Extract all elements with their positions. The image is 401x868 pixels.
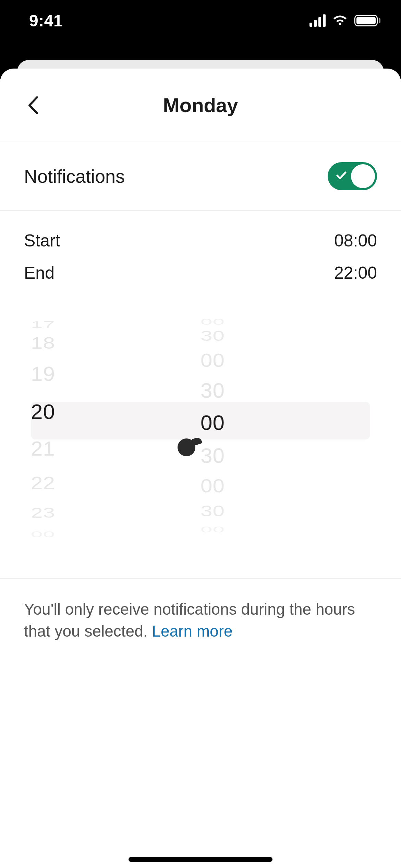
end-value: 22:00 — [334, 263, 377, 283]
minute-option[interactable]: 00 — [200, 475, 370, 497]
time-summary: Start 08:00 End 22:00 — [0, 211, 401, 304]
hour-option[interactable]: 00 — [31, 529, 200, 537]
status-indicators — [309, 13, 380, 28]
minute-wheel[interactable]: 00 30 00 30 00 30 00 30 00 — [200, 304, 370, 537]
minute-option-selected[interactable]: 00 — [200, 410, 370, 435]
hour-option[interactable]: 18 — [31, 334, 200, 352]
cellular-icon — [309, 14, 326, 27]
hour-option[interactable]: 23 — [31, 504, 200, 521]
footer-description: You'll only receive notifications during… — [0, 579, 401, 642]
battery-icon — [354, 15, 380, 26]
start-row[interactable]: Start 08:00 — [24, 225, 377, 257]
hour-option[interactable]: 21 — [31, 437, 200, 460]
settings-sheet: Monday Notifications Start 08:00 End 22:… — [0, 69, 401, 868]
minute-option[interactable]: 30 — [200, 327, 370, 344]
learn-more-link[interactable]: Learn more — [152, 622, 232, 640]
toggle-knob — [351, 164, 375, 188]
page-title: Monday — [0, 94, 401, 117]
start-label: Start — [24, 231, 60, 251]
check-icon — [336, 171, 347, 182]
end-row[interactable]: End 22:00 — [24, 257, 377, 289]
minute-option[interactable]: 00 — [200, 317, 370, 326]
hour-wheel[interactable]: 17 18 19 20 21 22 23 00 — [31, 304, 200, 537]
hour-option[interactable]: 19 — [31, 362, 200, 385]
hour-option[interactable]: 17 — [31, 319, 200, 330]
minute-option[interactable]: 30 — [200, 444, 370, 468]
wifi-icon — [332, 13, 348, 28]
minute-option[interactable]: 00 — [200, 349, 370, 371]
status-bar: 9:41 — [0, 0, 401, 41]
notifications-row: Notifications — [0, 142, 401, 211]
status-time: 9:41 — [29, 11, 63, 30]
start-value: 08:00 — [334, 231, 377, 251]
minute-option[interactable]: 00 — [200, 525, 370, 534]
minute-option[interactable]: 30 — [200, 502, 370, 520]
header: Monday — [0, 69, 401, 142]
hour-option[interactable]: 22 — [31, 472, 200, 493]
minute-option[interactable]: 30 — [200, 378, 370, 402]
end-label: End — [24, 263, 54, 283]
notifications-label: Notifications — [24, 166, 125, 187]
back-button[interactable] — [21, 93, 45, 117]
time-picker[interactable]: 17 18 19 20 21 22 23 00 00 30 00 30 00 3… — [31, 304, 370, 537]
home-indicator[interactable] — [129, 857, 272, 862]
notifications-toggle[interactable] — [328, 162, 377, 190]
hour-option-selected[interactable]: 20 — [31, 399, 200, 424]
chevron-left-icon — [27, 96, 38, 114]
